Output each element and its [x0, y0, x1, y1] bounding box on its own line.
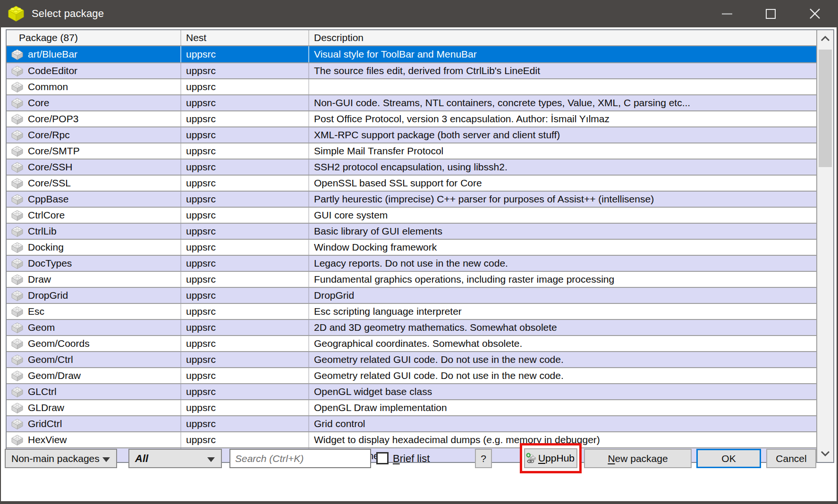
brief-list-label[interactable]: Brief list — [393, 449, 430, 468]
package-description-cell: OpenGL Draw implementation — [309, 400, 816, 415]
package-name-cell: Core/SSL — [7, 176, 181, 191]
package-description-cell: 2D and 3D geometry mathematics. Somewhat… — [309, 320, 816, 335]
package-description-cell: Basic library of GUI elements — [309, 224, 816, 239]
table-row[interactable]: CtrlLibuppsrcBasic library of GUI elemen… — [7, 223, 816, 239]
upphub-button[interactable]: UppHub — [524, 448, 577, 468]
package-name-cell: DocTypes — [7, 256, 181, 271]
package-nest-cell: uppsrc — [181, 384, 309, 399]
package-name: art/BlueBar — [28, 49, 77, 60]
package-nest-cell: uppsrc — [181, 320, 309, 335]
package-description-cell: OpenSSL based SSL support for Core — [309, 176, 816, 191]
table-row[interactable]: Geom/DrawuppsrcGeometry related GUI code… — [7, 367, 816, 383]
table-row[interactable]: CoreuppsrcNon-GUI code. Streams, NTL con… — [7, 94, 816, 110]
package-nest-cell: uppsrc — [181, 79, 309, 94]
package-nest-cell: uppsrc — [181, 176, 309, 191]
package-icon — [11, 81, 24, 93]
table-row[interactable]: Geom/CtrluppsrcGeometry related GUI code… — [7, 351, 816, 367]
table-row[interactable]: GLCtrluppsrcOpenGL widget base class — [7, 383, 816, 399]
package-name: DocTypes — [28, 258, 72, 269]
nest-filter-dropdown[interactable]: All — [128, 449, 222, 468]
package-description-cell: Geometry related GUI code. Do not use in… — [309, 368, 816, 383]
table-row[interactable]: art/BlueBaruppsrcVisual style for ToolBa… — [7, 46, 816, 62]
package-name-cell: Geom/Coords — [7, 336, 181, 351]
package-name-cell: HexView — [7, 432, 181, 447]
package-name-cell: art/BlueBar — [7, 46, 181, 62]
package-nest-cell: uppsrc — [181, 336, 309, 351]
upphub-rest: ppHub — [545, 453, 575, 463]
close-button[interactable] — [793, 0, 837, 27]
package-nest-cell: uppsrc — [181, 288, 309, 303]
table-row[interactable]: Core/RpcuppsrcXML-RPC support package (b… — [7, 126, 816, 143]
package-description-cell: Visual style for ToolBar and MenuBar — [309, 46, 816, 62]
upphub-mnemonic: U — [538, 453, 545, 463]
help-button-label: ? — [481, 453, 486, 464]
table-row[interactable]: CtrlCoreuppsrcGUI core system — [7, 207, 816, 223]
cancel-button[interactable]: Cancel — [766, 449, 816, 468]
column-header-package[interactable]: Package (87) — [7, 30, 181, 45]
package-icon — [11, 97, 24, 109]
table-row[interactable]: Core/POP3uppsrcPost Office Protocol, ver… — [7, 110, 816, 126]
package-name: CtrlLib — [28, 226, 57, 237]
table-row[interactable]: Geomuppsrc2D and 3D geometry mathematics… — [7, 319, 816, 335]
table-row[interactable]: DocTypesuppsrcLegacy reports. Do not use… — [7, 255, 816, 271]
package-description-cell: Post Office Protocol, version 3 encapsul… — [309, 111, 816, 126]
package-icon — [11, 305, 24, 318]
maximize-button[interactable] — [749, 0, 793, 27]
package-icon — [11, 273, 24, 286]
scroll-down-button[interactable] — [817, 445, 833, 462]
new-package-button[interactable]: New package — [584, 449, 692, 468]
column-header-description[interactable]: Description — [309, 30, 816, 45]
chevron-down-icon — [207, 457, 215, 462]
table-row[interactable]: Core/SMTPuppsrcSimple Mail Transfer Prot… — [7, 143, 816, 159]
brief-list-checkbox[interactable] — [376, 452, 389, 464]
package-name-cell: Geom/Ctrl — [7, 352, 181, 367]
table-row[interactable]: EscuppsrcEsc scripting language interpre… — [7, 303, 816, 319]
scrollbar-thumb[interactable] — [819, 50, 832, 167]
package-icon — [11, 65, 24, 77]
table-row[interactable]: Core/SSHuppsrcSSH2 protocol encapsulatio… — [7, 159, 816, 175]
package-description-cell: Geographical coordinates. Somewhat obsol… — [309, 336, 816, 351]
package-name-cell: Core/POP3 — [7, 111, 181, 126]
table-row[interactable]: CppBaseuppsrcPartly heurestic (imprecise… — [7, 191, 816, 207]
table-row[interactable]: Geom/CoordsuppsrcGeographical coordinate… — [7, 335, 816, 351]
table-row[interactable]: DrawuppsrcFundamental graphics operation… — [7, 271, 816, 287]
table-row[interactable]: CodeEditoruppsrcThe source files edit, d… — [7, 62, 816, 78]
package-name-cell: CtrlCore — [7, 208, 181, 223]
table-row[interactable]: Commonuppsrc — [7, 78, 816, 94]
select-package-dialog: Select package Package (87) Nest Descrip… — [0, 0, 838, 504]
search-input[interactable] — [229, 449, 371, 468]
package-rows: art/BlueBaruppsrcVisual style for ToolBa… — [7, 46, 816, 462]
package-description-cell: Simple Mail Transfer Protocol — [309, 143, 816, 159]
package-icon — [11, 257, 24, 269]
minimize-button[interactable] — [705, 0, 749, 27]
package-icon — [11, 48, 24, 60]
package-name: Core/SSL — [28, 177, 71, 189]
package-name: Core/SSH — [28, 161, 73, 173]
package-description-cell: SSH2 protocol encapsulation, using libss… — [309, 160, 816, 175]
package-description-cell: Partly heurestic (imprecise) C++ parser … — [309, 192, 816, 207]
package-description-cell: GUI core system — [309, 208, 816, 223]
ok-button[interactable]: OK — [696, 449, 761, 468]
package-nest-cell: uppsrc — [181, 224, 309, 239]
table-row[interactable]: GridCtrluppsrcGrid control — [7, 415, 816, 431]
scroll-up-button[interactable] — [817, 30, 833, 47]
package-nest-cell: uppsrc — [181, 416, 309, 431]
titlebar: Select package — [1, 0, 837, 27]
table-row[interactable]: Core/SSLuppsrcOpenSSL based SSL support … — [7, 175, 816, 191]
table-row[interactable]: HexViewuppsrcWidget to display hexadecim… — [7, 431, 816, 447]
table-row[interactable]: DropGriduppsrcDropGrid — [7, 287, 816, 303]
table-row[interactable]: GLDrawuppsrcOpenGL Draw implementation — [7, 399, 816, 415]
package-nest-cell: uppsrc — [181, 352, 309, 367]
column-header-nest[interactable]: Nest — [181, 30, 309, 45]
package-name: Core/POP3 — [28, 113, 78, 125]
package-name-cell: Draw — [7, 272, 181, 287]
help-button[interactable]: ? — [475, 449, 492, 468]
vertical-scrollbar[interactable] — [816, 30, 833, 462]
package-icon — [11, 337, 24, 350]
package-name: DropGrid — [28, 290, 68, 301]
main-packages-dropdown[interactable]: Non-main packages — [5, 449, 117, 468]
table-row[interactable]: DockinguppsrcWindow Docking framework — [7, 239, 816, 255]
package-name-cell: Esc — [7, 304, 181, 319]
package-icon — [11, 129, 24, 141]
package-description-cell: DropGrid — [309, 288, 816, 303]
